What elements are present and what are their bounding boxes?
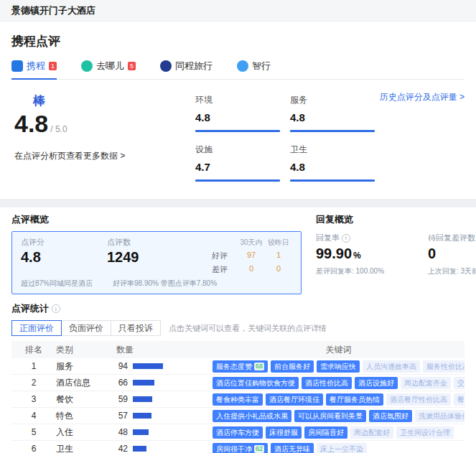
- keyword-text: 入住提供小礼品或水果: [216, 411, 288, 421]
- keyword-stats-table: 排名 类别 数量 关键词 1服务94服务态度赞68前台服务好需求响应快人员沟通效…: [11, 341, 465, 453]
- rank-cell: 4: [11, 411, 56, 421]
- count-value: 66: [106, 378, 128, 388]
- keyword-pill[interactable]: 酒店停车方便: [213, 426, 263, 439]
- zhixing-logo-icon: [237, 60, 248, 72]
- rank-cell: 6: [11, 444, 56, 453]
- history-score-link[interactable]: 历史点评分及点评量 >: [380, 91, 465, 103]
- sub-score-label: 服务: [290, 94, 375, 106]
- keyword-text: 床很舒服: [269, 428, 298, 437]
- keyword-pill[interactable]: 餐厅服务员热情: [326, 393, 383, 406]
- sub-score-cell: 环境4.8: [195, 94, 280, 132]
- tab-tongcheng-travel[interactable]: 同程旅行: [160, 60, 213, 79]
- keyword-pill[interactable]: 房间很干净62: [213, 443, 268, 453]
- keyword-pill[interactable]: 需求响应快: [317, 360, 360, 373]
- keyword-text: 房间很干净: [216, 444, 252, 453]
- rank-cell: 3: [11, 394, 56, 404]
- keyword-pill[interactable]: 酒店餐厅性价比高: [386, 393, 451, 406]
- keyword-pill[interactable]: 服务态度赞68: [213, 360, 268, 373]
- filter-complaints[interactable]: 只看投诉: [111, 320, 161, 336]
- keyword-pill[interactable]: 周边配套好: [350, 426, 393, 439]
- col-rank: 排名: [11, 344, 56, 356]
- keyword-pill[interactable]: 人员沟通效率高: [363, 360, 420, 373]
- overview-box: 点评分 4.8 点评数 1249 30天内 较昨日: [11, 231, 302, 294]
- keyword-text: 酒店氛围好: [373, 411, 409, 421]
- recent-review-table: 30天内 较昨日 好评 97 1 差评 0 0: [212, 237, 292, 275]
- keyword-pill[interactable]: 交通方便: [454, 377, 465, 389]
- col-keywords: 关键词: [213, 344, 465, 356]
- keyword-pill[interactable]: 洗漱用品体验佳: [415, 410, 465, 422]
- keyword-text: 可以从房间看到美景: [298, 411, 363, 421]
- keyword-text: 服务性价比高: [426, 362, 465, 371]
- score-underline: [195, 179, 280, 182]
- count-cell: 94: [106, 361, 213, 371]
- score-underline: [195, 130, 280, 132]
- reply-overview-section: 回复概览 回复率 i 99.90% 差评回复率: 100.00% 待回复差评数 …: [316, 213, 476, 294]
- tab-label: 智行: [252, 60, 271, 73]
- keyword-pill[interactable]: 周边配套齐全: [401, 377, 451, 389]
- bad-review-row: 差评 0 0: [212, 264, 292, 275]
- tab-ctrip[interactable]: 携程1: [11, 60, 57, 79]
- keyword-text: 餐厅服务员热情: [330, 395, 380, 404]
- bad-reply-rate-note: 差评回复率: 100.00%: [316, 266, 408, 276]
- table-row: 3餐饮59餐食种类丰富酒店餐厅环境佳餐厅服务员热情酒店餐厅性价比高餐食有地方特色: [11, 391, 465, 408]
- keywords-cell: 服务态度赞68前台服务好需求响应快人员沟通效率高服务性价比高: [213, 360, 465, 373]
- filter-positive[interactable]: 正面评价: [11, 320, 62, 336]
- keyword-pill[interactable]: 酒店氛围好: [369, 410, 412, 422]
- keyword-pill[interactable]: 服务性价比高: [423, 360, 465, 373]
- keywords-cell: 酒店停车方便床很舒服房间隔音好周边配套好卫生间设计合理: [213, 426, 465, 439]
- sub-score-value: 4.8: [290, 111, 375, 123]
- keywords-cell: 入住提供小礼品或水果可以从房间看到美景酒店氛围好洗漱用品体验佳亲子活动丰富: [213, 410, 465, 422]
- keyword-pill[interactable]: 酒店性价比高: [302, 377, 352, 389]
- keyword-pill[interactable]: 酒店餐厅环境佳: [266, 393, 323, 406]
- keyword-pill[interactable]: 酒店设施好: [355, 377, 398, 389]
- category-cell: 卫生: [56, 443, 106, 453]
- keyword-pill[interactable]: 房间隔音好: [304, 426, 347, 439]
- keyword-text: 酒店设施好: [358, 378, 394, 388]
- keyword-pill[interactable]: 入住提供小礼品或水果: [213, 410, 291, 422]
- count-cell: 57: [106, 411, 213, 421]
- count-label: 点评数: [107, 237, 212, 248]
- keyword-text: 人员沟通效率高: [366, 362, 416, 371]
- keyword-text: 周边配套齐全: [404, 378, 447, 388]
- review-summary-card: 携程点评 携程1去哪儿5同程旅行智行 棒 4.8 / 5.0 在点评分析页查看更…: [0, 22, 476, 199]
- sub-score-value: 4.8: [195, 111, 280, 123]
- reply-title: 回复概览: [316, 213, 476, 226]
- keyword-pill[interactable]: 酒店位置佳购物饮食方便: [213, 377, 299, 389]
- keyword-pill[interactable]: 餐食有地方特色: [454, 393, 465, 406]
- keyword-pill[interactable]: 餐食种类丰富: [213, 393, 263, 406]
- category-cell: 入住: [56, 426, 106, 439]
- keyword-pill[interactable]: 卫生间设计合理: [396, 426, 454, 439]
- tab-label: 携程: [27, 60, 45, 73]
- col-vs-yesterday: 较昨日: [265, 238, 292, 248]
- tab-zhixing[interactable]: 智行: [237, 60, 271, 79]
- count-value: 42: [106, 444, 128, 453]
- keyword-text: 酒店餐厅环境佳: [269, 395, 319, 404]
- analysis-page-link[interactable]: 在点评分析页查看更多数据 >: [14, 150, 162, 162]
- keyword-text: 服务态度赞: [216, 362, 252, 371]
- stats-title: 点评统计: [11, 302, 49, 315]
- count-bar: [133, 363, 163, 369]
- sub-score-cell: 服务4.8: [290, 94, 375, 132]
- platform-tabs: 携程1去哪儿5同程旅行智行: [11, 60, 465, 80]
- keywords-cell: 餐食种类丰富酒店餐厅环境佳餐厅服务员热情酒店餐厅性价比高餐食有地方特色: [213, 393, 465, 406]
- score-underline: [290, 130, 375, 132]
- keyword-pill[interactable]: 前台服务好: [271, 360, 314, 373]
- count-value: 94: [106, 361, 128, 371]
- table-row: 2酒店信息66酒店位置佳购物饮食方便酒店性价比高酒店设施好周边配套齐全交通方便: [11, 375, 465, 391]
- topbar: 景德镇开门子大酒店: [0, 0, 476, 22]
- tab-qunar[interactable]: 去哪儿5: [81, 60, 136, 79]
- reply-rate-value: 99.90%: [316, 246, 408, 261]
- keyword-text: 洗漱用品体验佳: [419, 411, 465, 421]
- keyword-pill[interactable]: 床很舒服: [266, 426, 302, 439]
- filter-negative[interactable]: 负面评价: [61, 320, 111, 336]
- keyword-pill[interactable]: 可以从房间看到美景: [294, 410, 366, 422]
- count-value: 57: [106, 411, 128, 421]
- sub-score-label: 环境: [195, 94, 280, 106]
- tongcheng-travel-logo-icon: [160, 60, 172, 72]
- score-label: 点评分: [21, 237, 107, 248]
- page-title: 携程点评: [11, 29, 465, 60]
- keyword-pill[interactable]: 床上一尘不染: [317, 443, 367, 453]
- count-bar: [133, 413, 151, 419]
- score-max: / 5.0: [50, 124, 67, 134]
- keyword-pill[interactable]: 酒店无异味: [271, 443, 314, 453]
